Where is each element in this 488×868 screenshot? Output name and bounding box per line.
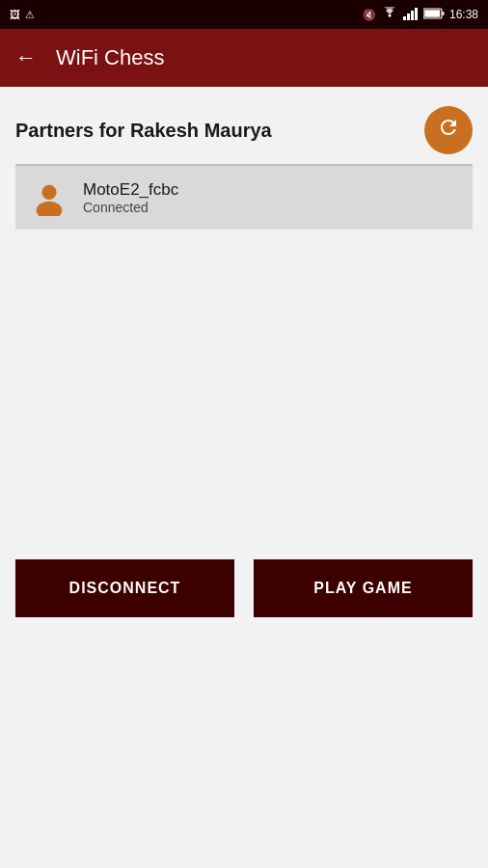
wifi-icon (381, 7, 398, 22)
signal-icon (403, 8, 419, 22)
partner-name: MotoE2_fcbc (83, 180, 178, 200)
app-title: WiFi Chess (56, 45, 164, 70)
refresh-button[interactable] (424, 106, 473, 154)
svg-point-7 (41, 184, 56, 199)
photo-icon: 🖼 (10, 9, 20, 20)
status-bar: 🖼 ⚠ 🔇 16:38 (0, 0, 488, 29)
refresh-icon (437, 116, 460, 145)
svg-rect-0 (403, 16, 406, 20)
app-bar: ← WiFi Chess (0, 29, 488, 87)
mute-icon: 🔇 (363, 9, 376, 21)
disconnect-button[interactable]: DISCONNECT (15, 559, 234, 617)
status-bar-right: 🔇 16:38 (363, 7, 478, 22)
partner-list-item[interactable]: MotoE2_fcbc Connected (15, 166, 473, 230)
svg-rect-3 (415, 8, 418, 20)
partner-status: Connected (83, 200, 178, 215)
header-row: Partners for Rakesh Maurya (15, 106, 473, 154)
svg-point-8 (37, 201, 63, 215)
status-bar-left: 🖼 ⚠ (10, 9, 35, 21)
back-button[interactable]: ← (15, 45, 37, 70)
main-content: Partners for Rakesh Maurya MotoE2_fcbc C… (0, 87, 488, 249)
play-game-button[interactable]: PLAY GAME (254, 559, 473, 617)
time-display: 16:38 (449, 8, 478, 21)
svg-rect-5 (442, 12, 444, 15)
svg-rect-1 (407, 14, 410, 20)
partner-info: MotoE2_fcbc Connected (83, 180, 178, 215)
bottom-buttons: DISCONNECT PLAY GAME (15, 559, 473, 617)
svg-rect-2 (411, 11, 414, 20)
warning-icon: ⚠ (25, 9, 35, 21)
svg-rect-6 (424, 10, 440, 17)
partners-title: Partners for Rakesh Maurya (15, 120, 272, 142)
battery-icon (423, 8, 445, 21)
avatar-icon (31, 179, 68, 216)
